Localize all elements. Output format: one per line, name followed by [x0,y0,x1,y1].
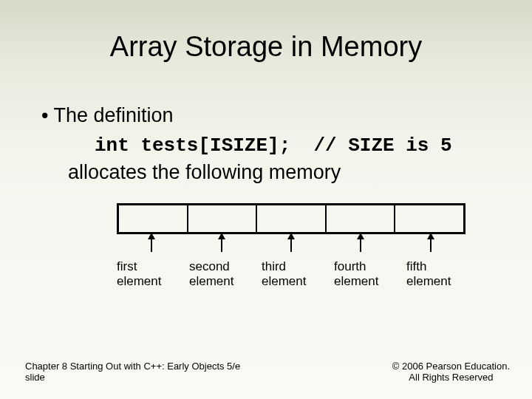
arrow-up-icon [290,234,292,252]
label-text: third [262,259,286,273]
array-cell [257,205,327,232]
slide-title: Array Storage in Memory [0,0,532,63]
label-text: fifth [406,259,426,273]
arrow-up-icon [360,234,361,252]
footer-right: © 2006 Pearson Education. All Rights Res… [392,361,510,383]
arrow-up-icon [221,234,222,252]
arrow-row [117,234,466,258]
slide-content: The definition int tests[ISIZE]; // SIZE… [0,63,532,288]
slide-footer: Chapter 8 Starting Out with C++: Early O… [0,361,532,383]
label-text: element [406,274,451,288]
footer-rights: All Rights Reserved [409,372,493,383]
footer-slide: slide [25,372,45,383]
footer-copyright: © 2006 Pearson Education. [392,361,510,372]
array-cell [188,205,258,232]
label-second: second element [189,259,262,288]
label-text: element [117,274,161,288]
label-fourth: fourth element [334,259,406,288]
arrow-up-icon [151,234,152,252]
label-fifth: fifth element [406,259,479,288]
label-text: fourth [334,259,366,273]
text-allocates: allocates the following memory [41,157,502,184]
footer-left: Chapter 8 Starting Out with C++: Early O… [25,361,240,383]
array-cell [327,205,396,232]
array-cell [395,205,463,232]
bullet-definition: The definition [41,104,502,127]
label-text: element [189,274,233,288]
label-third: third element [262,259,334,288]
label-text: second [189,259,230,273]
label-first: first element [117,259,189,288]
array-diagram [117,203,466,234]
array-cell [119,205,188,232]
arrow-up-icon [430,234,432,252]
footer-chapter: Chapter 8 Starting Out with C++: Early O… [25,361,240,372]
code-declaration: int tests[ISIZE]; // SIZE is 5 [41,127,502,157]
element-labels: first element second element third eleme… [117,258,479,288]
label-text: element [334,274,378,288]
label-text: element [262,274,306,288]
label-text: first [117,259,137,273]
